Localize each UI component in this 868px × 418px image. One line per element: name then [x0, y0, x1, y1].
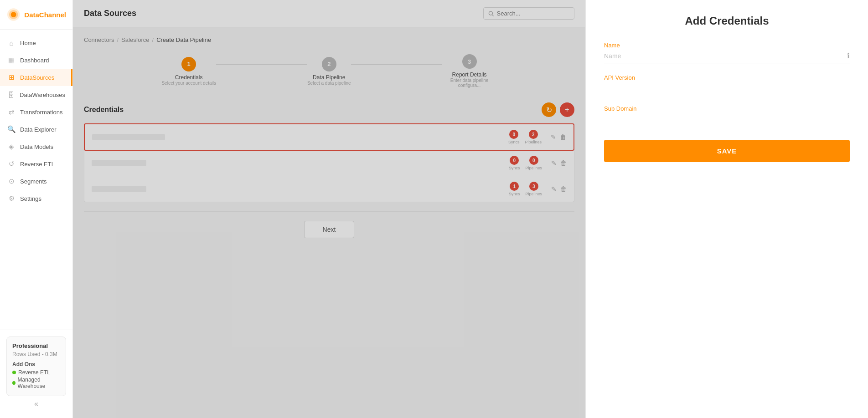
form-label-name: Name [604, 42, 850, 49]
sidebar-item-label: Dashboard [20, 57, 49, 64]
dashboard-icon: ▦ [7, 56, 16, 64]
sub-domain-input[interactable] [604, 115, 850, 122]
save-button[interactable]: SAVE [604, 140, 850, 162]
sidebar-nav: ⌂ Home ▦ Dashboard ⊞ DataSources 🗄 DataW… [0, 30, 72, 330]
main-content: Data Sources Connectors / Salesforce / C… [73, 0, 585, 418]
form-input-wrapper-api-version [604, 84, 850, 94]
form-label-sub-domain: Sub Domain [604, 105, 850, 112]
sidebar-item-label: Reverse ETL [20, 161, 55, 168]
name-input[interactable] [604, 52, 847, 60]
form-field-name: Name ℹ [604, 42, 850, 63]
datawarehouses-icon: 🗄 [7, 91, 15, 99]
segments-icon: ⊙ [7, 177, 16, 185]
logo: DataChannel [0, 0, 72, 30]
sidebar-item-transformations[interactable]: ⇄ Transformations [0, 103, 72, 121]
data-models-icon: ◈ [7, 143, 16, 151]
info-icon[interactable]: ℹ [847, 51, 850, 60]
addon-managed-warehouse: Managed Warehouse [12, 377, 60, 389]
addon-reverse-etl: Reverse ETL [12, 369, 60, 376]
sidebar-item-label: Data Models [20, 143, 53, 150]
sidebar-item-data-explorer[interactable]: 🔍 Data Explorer [0, 121, 72, 138]
plan-addons-title: Add Ons [12, 361, 60, 367]
plan-title: Professional [12, 342, 60, 349]
data-explorer-icon: 🔍 [7, 125, 16, 133]
home-icon: ⌂ [7, 39, 16, 47]
sidebar-item-settings[interactable]: ⚙ Settings [0, 190, 72, 207]
add-credentials-panel: Add Credentials Name ℹ API Version Sub D… [585, 0, 868, 418]
form-label-api-version: API Version [604, 74, 850, 81]
panel-title: Add Credentials [604, 15, 850, 27]
sidebar-item-label: Data Explorer [20, 126, 56, 133]
reverse-etl-icon: ↺ [7, 160, 16, 168]
sidebar-item-label: DataSources [20, 74, 54, 81]
plan-rows-used: Rows Used - 0.3M [12, 351, 60, 357]
svg-point-2 [11, 12, 16, 17]
sidebar-item-label: Transformations [20, 109, 62, 116]
settings-icon: ⚙ [7, 194, 16, 203]
logo-icon [6, 7, 21, 22]
transformations-icon: ⇄ [7, 108, 16, 116]
sidebar-item-label: Home [20, 40, 36, 46]
sidebar-item-home[interactable]: ⌂ Home [0, 34, 72, 51]
form-field-api-version: API Version [604, 74, 850, 94]
sidebar-item-datasources[interactable]: ⊞ DataSources [0, 69, 72, 86]
collapse-icon: « [34, 400, 38, 408]
sidebar-item-label: DataWarehouses [20, 92, 65, 98]
modal-overlay[interactable] [73, 0, 585, 418]
sidebar-bottom: Professional Rows Used - 0.3M Add Ons Re… [0, 330, 72, 418]
addon-label: Managed Warehouse [18, 377, 60, 389]
plan-card: Professional Rows Used - 0.3M Add Ons Re… [6, 336, 66, 396]
sidebar: DataChannel ⌂ Home ▦ Dashboard ⊞ DataSou… [0, 0, 73, 418]
sidebar-item-segments[interactable]: ⊙ Segments [0, 173, 72, 190]
sidebar-item-dashboard[interactable]: ▦ Dashboard [0, 51, 72, 69]
addon-dot [12, 371, 16, 374]
form-input-wrapper-sub-domain [604, 115, 850, 125]
sidebar-item-label: Settings [20, 195, 41, 202]
api-version-input[interactable] [604, 84, 850, 91]
addon-dot [12, 381, 16, 385]
sidebar-collapse-button[interactable]: « [6, 396, 66, 412]
sidebar-item-datawarehouses[interactable]: 🗄 DataWarehouses [0, 86, 72, 103]
logo-text: DataChannel [24, 11, 66, 19]
addon-label: Reverse ETL [18, 369, 50, 376]
sidebar-item-label: Segments [20, 178, 47, 185]
form-input-wrapper-name: ℹ [604, 51, 850, 63]
sidebar-item-reverse-etl[interactable]: ↺ Reverse ETL [0, 155, 72, 173]
sidebar-item-data-models[interactable]: ◈ Data Models [0, 138, 72, 155]
datasources-icon: ⊞ [7, 73, 16, 82]
form-field-sub-domain: Sub Domain [604, 105, 850, 125]
